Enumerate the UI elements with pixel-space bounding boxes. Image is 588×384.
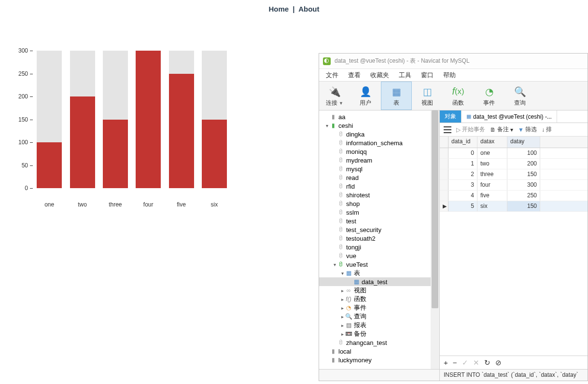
tree-item[interactable]: 🛢vue xyxy=(319,251,439,260)
cell-datax[interactable]: five xyxy=(477,191,507,201)
cell-datax[interactable]: two xyxy=(477,159,507,169)
tree-item[interactable]: ▮local xyxy=(319,347,439,356)
tree-item[interactable]: ▸f()函数 xyxy=(319,295,439,303)
connection-tree[interactable]: ▮aa▾▮ceshi🛢dingka🛢information_schema🛢mon… xyxy=(319,110,440,369)
nav-home[interactable]: Home xyxy=(268,5,289,13)
tree-item[interactable]: ▦data_test xyxy=(319,277,439,286)
tree-item[interactable]: 🛢mydream xyxy=(319,156,439,165)
table-row[interactable]: 2three150 xyxy=(440,169,588,180)
tree-scrollbar[interactable] xyxy=(431,110,439,369)
cancel-button[interactable]: ✕ xyxy=(473,358,479,367)
status-bar: INSERT INTO `data_test` (`data_id`, `dat… xyxy=(319,369,588,381)
stop-button[interactable]: ⊘ xyxy=(495,358,502,367)
refresh-button[interactable]: ↻ xyxy=(484,358,490,367)
tab-data-test[interactable]: ▦ data_test @vueTest (ceshi) -... xyxy=(462,110,557,123)
tree-item[interactable]: 🛢rfid xyxy=(319,182,439,191)
col-header-datay[interactable]: datay xyxy=(507,137,540,148)
tree-item[interactable]: ▸▤报表 xyxy=(319,321,439,329)
tree-item[interactable]: 🛢mysql xyxy=(319,165,439,173)
menu-item[interactable]: 工具 xyxy=(399,71,411,81)
cell-datax[interactable]: six xyxy=(477,201,507,211)
tree-item[interactable]: ▸∞视图 xyxy=(319,286,439,295)
cell-datax[interactable]: four xyxy=(477,180,507,190)
menu-item[interactable]: 收藏夹 xyxy=(370,71,389,81)
sort-button[interactable]: ↓ 排 xyxy=(542,125,552,134)
tree-item[interactable]: ▾▦表 xyxy=(319,269,439,277)
table-row[interactable]: 4five250 xyxy=(440,191,588,201)
cell-datay[interactable]: 150 xyxy=(507,169,540,179)
cell-data-id[interactable]: 5 xyxy=(448,201,477,211)
add-row-button[interactable]: + xyxy=(444,358,448,367)
right-pane: 对象 ▦ data_test @vueTest (ceshi) -... ▷ 开… xyxy=(440,110,588,369)
toolbar-event[interactable]: ◔事件 xyxy=(474,82,504,110)
x-label: two xyxy=(70,201,95,208)
begin-transaction-button[interactable]: ▷ 开始事务 xyxy=(456,125,485,134)
main-toolbar: 🔌连接▼👤用户▦表◫视图f(x)函数◔事件🔍查询 xyxy=(319,82,588,110)
nav-about[interactable]: About xyxy=(298,5,319,13)
toolbar-query[interactable]: 🔍查询 xyxy=(504,82,535,110)
menu-item[interactable]: 文件 xyxy=(326,71,338,81)
top-nav: Home | About xyxy=(0,0,588,18)
grid-body: 0one1001two2002three1503four3004five250▶… xyxy=(440,148,588,212)
tree-item[interactable]: 🛢test_security xyxy=(319,225,439,234)
tab-objects[interactable]: 对象 xyxy=(440,110,462,123)
filter-button[interactable]: ▼ 筛选 xyxy=(518,125,537,134)
toolbar-user[interactable]: 👤用户 xyxy=(350,82,381,110)
cell-datay[interactable]: 250 xyxy=(507,191,540,201)
tree-item[interactable]: 🛢shop xyxy=(319,199,439,208)
cell-data-id[interactable]: 2 xyxy=(448,169,477,179)
data-grid[interactable]: data_id datax datay 0one1001two2002three… xyxy=(440,137,588,356)
tree-item[interactable]: 🛢zhangcan_test xyxy=(319,338,439,347)
cell-data-id[interactable]: 3 xyxy=(448,180,477,190)
table-row[interactable]: 3four300 xyxy=(440,180,588,191)
cell-datay[interactable]: 200 xyxy=(507,159,540,169)
table-row[interactable]: 1two200 xyxy=(440,159,588,169)
cell-datay[interactable]: 150 xyxy=(507,201,540,211)
menu-item[interactable]: 帮助 xyxy=(443,71,456,81)
tree-item[interactable]: ▮luckymoney xyxy=(319,356,439,364)
tree-item[interactable]: 🛢moniqq xyxy=(319,147,439,156)
delete-row-button[interactable]: − xyxy=(453,358,457,367)
bar-chart[interactable]: 050100150200250300 onetwothreefourfivesi… xyxy=(14,51,237,200)
tree-item[interactable]: ▾▮ceshi xyxy=(319,121,439,130)
hamburger-icon[interactable] xyxy=(444,126,451,133)
x-label: five xyxy=(169,201,194,208)
row-marker: ▶ xyxy=(440,201,448,211)
table-row[interactable]: 0one100 xyxy=(440,148,588,159)
tree-item[interactable]: 🛢shirotest xyxy=(319,191,439,199)
cell-data-id[interactable]: 1 xyxy=(448,159,477,169)
x-label: one xyxy=(37,201,62,208)
tree-item[interactable]: ▸◔事件 xyxy=(319,303,439,312)
cell-datax[interactable]: one xyxy=(477,148,507,158)
scrollbar-thumb[interactable] xyxy=(432,110,438,308)
col-header-datax[interactable]: datax xyxy=(477,137,507,148)
tree-item[interactable]: 🛢sslm xyxy=(319,208,439,217)
tree-item[interactable]: ▮aa xyxy=(319,112,439,121)
tree-item[interactable]: 🛢read xyxy=(319,173,439,182)
tree-item[interactable]: 🛢testouath2 xyxy=(319,234,439,243)
tree-item[interactable]: 🛢test xyxy=(319,217,439,225)
toolbar-view[interactable]: ◫视图 xyxy=(412,82,443,110)
tree-item[interactable]: ▸🔍查询 xyxy=(319,312,439,321)
toolbar-table[interactable]: ▦表 xyxy=(381,82,412,110)
cell-data-id[interactable]: 4 xyxy=(448,191,477,201)
table-row[interactable]: ▶5six150 xyxy=(440,201,588,212)
tree-item[interactable]: ▾🛢vueTest xyxy=(319,260,439,269)
memo-button[interactable]: 🗎 备注 ▾ xyxy=(490,125,513,134)
navicat-logo-icon xyxy=(323,57,331,65)
menu-item[interactable]: 查看 xyxy=(348,71,361,81)
tree-item[interactable]: 🛢dingka xyxy=(319,130,439,138)
tree-item[interactable]: 🛢tongji xyxy=(319,243,439,251)
tree-item[interactable]: 🛢information_schema xyxy=(319,138,439,147)
cell-datax[interactable]: three xyxy=(477,169,507,179)
toolbar-fx[interactable]: f(x)函数 xyxy=(443,82,474,110)
col-header-data-id[interactable]: data_id xyxy=(448,137,477,148)
cell-datay[interactable]: 300 xyxy=(507,180,540,190)
menu-item[interactable]: 窗口 xyxy=(421,71,434,81)
tree-item[interactable]: ▸📼备份 xyxy=(319,329,439,338)
row-marker xyxy=(440,180,448,190)
cell-data-id[interactable]: 0 xyxy=(448,148,477,158)
apply-button[interactable]: ✓ xyxy=(462,358,468,367)
toolbar-plug[interactable]: 🔌连接▼ xyxy=(319,82,350,110)
cell-datay[interactable]: 100 xyxy=(507,148,540,158)
